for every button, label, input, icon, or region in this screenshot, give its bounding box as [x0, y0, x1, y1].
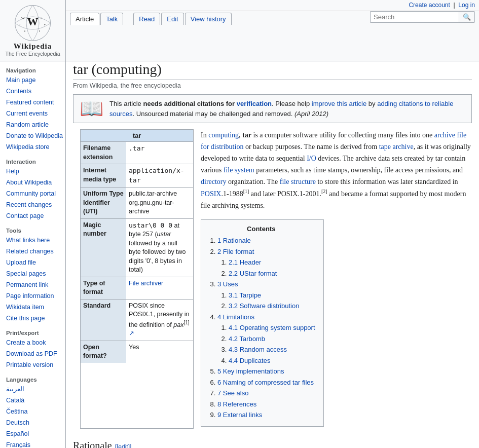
search-input[interactable] [370, 11, 459, 23]
toc-link-5[interactable]: 5 Key implementations [217, 367, 284, 375]
sidebar-item-current-events[interactable]: Current events [4, 108, 65, 119]
toc-link-3[interactable]: 3 Uses [217, 280, 238, 288]
languages-header: Languages [4, 375, 65, 384]
toc-list: 1 Rationale 2 File format 2.1 Header 2.2… [207, 236, 315, 420]
sidebar-item-create-book[interactable]: Create a book [4, 337, 65, 348]
file-structure-link[interactable]: file structure [280, 178, 316, 185]
toc-link-8[interactable]: 8 References [217, 400, 256, 408]
intro-paragraph: In computing, tar is a computer software… [201, 129, 472, 211]
toc-item-9: 9 External links [217, 410, 315, 420]
sidebar-item-permanent-link[interactable]: Permanent link [4, 279, 65, 290]
toc-item-5: 5 Key implementations [217, 366, 315, 377]
svg-text:e: e [44, 23, 46, 26]
sidebar-item-what-links-here[interactable]: What links here [4, 235, 65, 246]
content-infobox-wrapper: tar Filename extension .tar Internet med… [73, 129, 472, 433]
infobox-key-open: Open format? [81, 341, 126, 363]
logo: W W i k i p e Wikipedia The Free Encyclo… [0, 0, 66, 61]
toc-item-4-1: 4.1 Operating system support [229, 323, 315, 333]
infobox-row-type: Type of format File archiver [81, 277, 193, 299]
sidebar-item-special-pages[interactable]: Special pages [4, 268, 65, 279]
sidebar-item-printable-version[interactable]: Printable version [4, 359, 65, 370]
sidebar-item-cite-page[interactable]: Cite this page [4, 313, 65, 324]
computing-link[interactable]: computing [208, 131, 239, 139]
tabs-search-row: Article Talk Read Edit View history 🔍 [66, 11, 479, 25]
sidebar-item-main-page[interactable]: Main page [4, 74, 65, 86]
toc-link-4-4[interactable]: 4.4 Duplicates [229, 357, 270, 364]
toc-title: Contents [207, 225, 315, 233]
sidebar-item-random-article[interactable]: Random article [4, 119, 65, 130]
toc-link-2-1[interactable]: 2.1 Header [229, 258, 261, 266]
toc-link-7[interactable]: 7 See also [217, 389, 248, 397]
rationale-edit-link[interactable]: [edit] [117, 443, 130, 448]
sidebar-item-recent-changes[interactable]: Recent changes [4, 199, 65, 210]
notice-verification-link[interactable]: verification [237, 100, 272, 107]
sidebar-item-download-pdf[interactable]: Download as PDF [4, 348, 65, 359]
toc-link-9[interactable]: 9 External links [217, 411, 262, 419]
sidebar-item-wikipedia-store[interactable]: Wikipedia store [4, 141, 65, 153]
toc-link-4[interactable]: 4 Limitations [217, 313, 254, 321]
toc-item-1: 1 Rationale [217, 236, 315, 246]
sidebar-item-wikidata[interactable]: Wikidata item [4, 302, 65, 313]
sidebar-item-donate[interactable]: Donate to Wikipedia [4, 130, 65, 141]
body-layout: Navigation Main page Contents Featured c… [0, 61, 479, 448]
posix-link[interactable]: POSIX [201, 190, 221, 198]
infobox-row-media-type: Internet media type application/x-tar [81, 164, 193, 187]
page-subtitle: From Wikipedia, the free encyclopedia [73, 82, 472, 89]
sidebar-item-lang-fr[interactable]: Français [4, 439, 65, 448]
sidebar-item-related-changes[interactable]: Related changes [4, 246, 65, 257]
notice-improve-link[interactable]: improve this article [312, 100, 366, 107]
toc-link-2-2[interactable]: 2.2 UStar format [229, 270, 277, 277]
infobox-key-type: Type of format [81, 277, 126, 299]
sidebar-item-about[interactable]: About Wikipedia [4, 177, 65, 188]
tab-talk[interactable]: Talk [100, 13, 123, 25]
sidebar-item-contact[interactable]: Contact page [4, 210, 65, 221]
toc-link-4-1[interactable]: 4.1 Operating system support [229, 324, 315, 331]
create-account-link[interactable]: Create account [409, 2, 450, 9]
left-sidebar: Navigation Main page Contents Featured c… [0, 61, 66, 448]
toc-item-3-2: 3.2 Software distribution [229, 301, 315, 311]
toc-link-3-1[interactable]: 3.1 Tarpipe [229, 291, 261, 299]
sidebar-item-lang-ar[interactable]: العربية [4, 384, 65, 395]
sidebar-item-lang-de[interactable]: Deutsch [4, 417, 65, 428]
sidebar-item-featured-content[interactable]: Featured content [4, 97, 65, 108]
sidebar-item-community-portal[interactable]: Community portal [4, 188, 65, 199]
log-in-link[interactable]: Log in [458, 2, 475, 9]
tab-view-history[interactable]: View history [185, 13, 232, 25]
directory-link[interactable]: directory [201, 178, 227, 185]
sidebar-item-lang-es[interactable]: Español [4, 428, 65, 439]
search-button[interactable]: 🔍 [459, 11, 475, 23]
tar-bold: tar [242, 131, 251, 139]
tape-archive-link[interactable]: tape archive [379, 143, 414, 151]
toc-link-2[interactable]: 2 File format [217, 248, 254, 255]
infobox-type-link[interactable]: File archiver [129, 280, 163, 287]
sidebar-item-page-information[interactable]: Page information [4, 290, 65, 302]
infobox-key-filename: Filename extension [81, 142, 126, 164]
sidebar-item-help[interactable]: Help [4, 166, 65, 177]
infobox-row-magic: Magic number ustar\0 0 0 at byte 257 (us… [81, 218, 193, 277]
sidebar-item-contents[interactable]: Contents [4, 86, 65, 97]
sidebar-item-lang-ca[interactable]: Català [4, 395, 65, 406]
tab-edit[interactable]: Edit [161, 13, 183, 25]
sidebar-item-upload-file[interactable]: Upload file [4, 257, 65, 268]
tab-read[interactable]: Read [133, 13, 160, 25]
toc-link-4-2[interactable]: 4.2 Tarbomb [229, 335, 265, 343]
filesystem-link[interactable]: file system [224, 166, 254, 174]
archive-link[interactable]: archive file for distribution [201, 131, 466, 151]
infobox: tar Filename extension .tar Internet med… [80, 129, 194, 429]
svg-text:W: W [21, 16, 25, 20]
notice-date: (April 2012) [294, 110, 328, 118]
rationale-heading: Rationale [[edit]] [73, 440, 472, 448]
toc-link-3-2[interactable]: 3.2 Software distribution [229, 302, 299, 310]
page-title: tar (computing) [73, 61, 472, 80]
tab-article[interactable]: Article [70, 13, 99, 25]
infobox-standard-ext-link[interactable]: ↗ [129, 330, 134, 337]
toc-link-6[interactable]: 6 Naming of compressed tar files [217, 379, 314, 386]
notice-text: This article needs additional citations … [109, 99, 465, 119]
toc-link-1[interactable]: 1 Rationale [217, 237, 251, 244]
sidebar-item-lang-cs[interactable]: Čeština [4, 406, 65, 417]
infobox-row-uti: Uniform Type Identifier (UTI) public.tar… [81, 187, 193, 218]
toc-item-6: 6 Naming of compressed tar files [217, 378, 315, 388]
io-link[interactable]: I/O [307, 155, 316, 162]
tools-header: Tools [4, 226, 65, 235]
toc-link-4-3[interactable]: 4.3 Random access [229, 346, 287, 353]
